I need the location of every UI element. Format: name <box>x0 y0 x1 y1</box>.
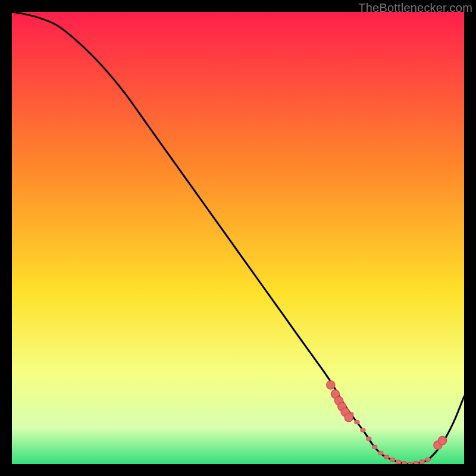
dash-segment <box>419 460 424 464</box>
dash-segment <box>414 461 418 464</box>
attribution-label: TheBottlenecker.com <box>358 1 472 15</box>
dash-segment <box>402 462 406 464</box>
dash-segment <box>384 455 389 459</box>
dash-segment <box>408 462 412 464</box>
dash-segment <box>390 458 395 462</box>
dash-segment <box>372 445 377 449</box>
curve-marker-dot <box>327 381 335 389</box>
dash-segment <box>425 458 430 461</box>
chart-background <box>12 12 464 464</box>
bottleneck-chart <box>12 12 464 464</box>
dash-segment <box>396 460 401 464</box>
curve-marker-dot <box>345 414 353 422</box>
dash-segment <box>361 428 365 432</box>
curve-marker-dot <box>439 436 447 444</box>
dash-segment <box>378 451 383 455</box>
dash-segment <box>355 421 359 424</box>
chart-stage: TheBottlenecker.com <box>0 0 476 476</box>
dash-segment <box>367 437 371 440</box>
